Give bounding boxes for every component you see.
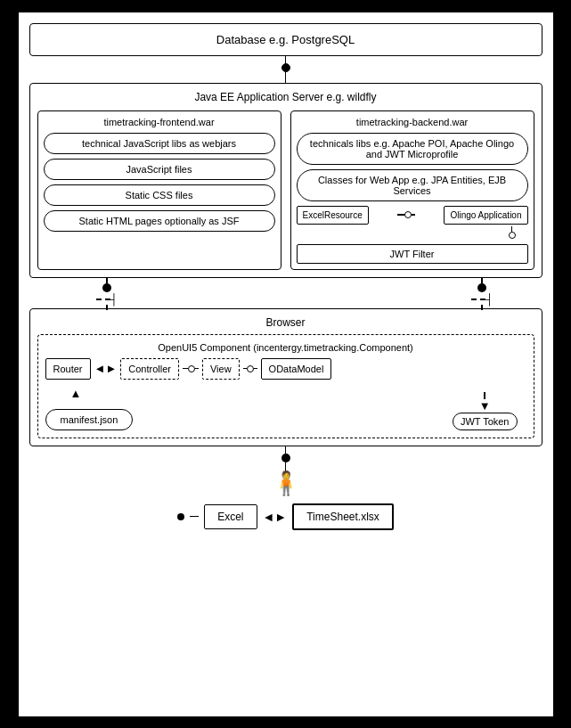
app-server-label: Java EE Application Server e.g. wildfly xyxy=(37,91,534,103)
app-server-box: Java EE Application Server e.g. wildfly … xyxy=(29,83,542,278)
manifest-pill: manifest.json xyxy=(45,409,134,430)
openui5-box: OpenUI5 Component (incentergy.timetracki… xyxy=(37,334,534,438)
mvc-row: Router ◄► Controller xyxy=(45,358,526,380)
odata-jwt-line xyxy=(484,392,485,399)
view-box: View xyxy=(202,358,240,380)
pill-tech-libs: technicals libs e.g. Apache POI, Apache … xyxy=(297,133,528,165)
right-ball-connector xyxy=(477,283,486,292)
pill-js-libs: technical JavaScript libs as webjars xyxy=(44,133,275,154)
stickman: 🧍 xyxy=(272,471,300,495)
jwt-token-pill: JWT Token xyxy=(453,413,518,430)
database-label: Database e.g. PostgreSQL xyxy=(216,33,355,46)
olingo-box: Olingo Application xyxy=(444,206,527,225)
pill-html-pages: Static HTML pages optionally as JSF xyxy=(44,210,275,232)
view-odata-lollipop xyxy=(247,365,254,372)
excel-resource-box: ExcelResource xyxy=(297,206,369,225)
jwt-filter-box: JWT Filter xyxy=(297,244,528,264)
router-box: Router xyxy=(45,358,91,380)
excel-timesheet-arrow: ◄► xyxy=(263,510,288,524)
pill-classes: Classes for Web App e.g. JPA Entities, E… xyxy=(297,169,528,201)
lollipop-circle-left xyxy=(404,211,412,218)
arrow-manifest-router: ▲ xyxy=(70,387,82,400)
openui5-label: OpenUI5 Component (incentergy.timetracki… xyxy=(45,342,526,353)
timesheet-box: TimeSheet.xlsx xyxy=(292,503,394,530)
pill-js-files: JavaScript files xyxy=(44,159,275,180)
pill-css-files: Static CSS files xyxy=(44,184,275,206)
arrow-router-controller: ◄► xyxy=(94,362,118,375)
left-ball-connector xyxy=(102,283,111,292)
browser-box: Browser OpenUI5 Component (incentergy.ti… xyxy=(29,308,542,446)
excel-box: Excel xyxy=(204,504,257,529)
lollipop-circle-bottom xyxy=(509,232,516,239)
backend-war-box: timetracking-backend.war technicals libs… xyxy=(290,110,534,270)
ctrl-view-lollipop xyxy=(188,365,195,372)
excel-olingo-row: ExcelResource Olingo Application xyxy=(297,206,528,225)
arrow-odata-jwt: ▼ xyxy=(479,399,491,413)
backend-war-label: timetracking-backend.war xyxy=(297,117,528,127)
database-box: Database e.g. PostgreSQL xyxy=(29,23,542,56)
frontend-war-box: timetracking-frontend.war technical Java… xyxy=(37,110,281,270)
excel-left-ball xyxy=(177,513,184,520)
controller-box: Controller xyxy=(120,358,179,380)
browser-bottom-ball xyxy=(281,454,290,462)
odata-model-box: ODataModel xyxy=(261,358,332,380)
frontend-war-label: timetracking-frontend.war xyxy=(44,117,275,127)
browser-label: Browser xyxy=(37,316,534,329)
